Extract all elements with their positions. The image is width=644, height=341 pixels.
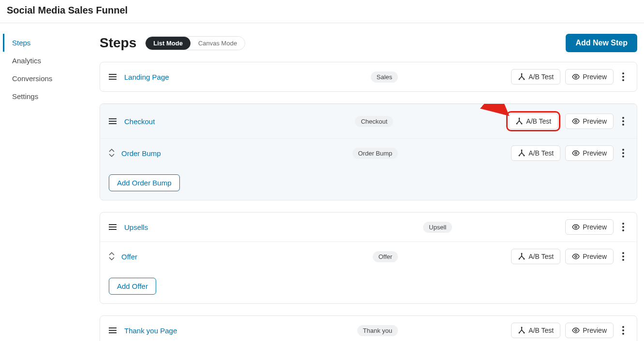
split-icon [518, 149, 526, 157]
eye-icon [572, 73, 580, 81]
preview-button[interactable]: Preview [565, 69, 614, 85]
step-card-upsells-group: Upsells Upsell Preview Offer Offer [100, 212, 637, 304]
preview-button[interactable]: Preview [565, 249, 614, 264]
more-menu-button[interactable] [618, 221, 628, 233]
step-link-order-bump[interactable]: Order Bump [121, 149, 161, 157]
more-menu-button[interactable] [618, 71, 628, 83]
sidebar-item-settings[interactable]: Settings [3, 87, 97, 105]
split-icon [518, 73, 526, 81]
step-link-checkout[interactable]: Checkout [124, 117, 155, 126]
ab-test-label: A/B Test [528, 149, 554, 157]
ab-test-button[interactable]: A/B Test [511, 249, 560, 264]
split-icon [518, 327, 526, 334]
add-offer-button[interactable]: Add Offer [109, 278, 156, 295]
list-mode-button[interactable]: List Mode [146, 37, 190, 50]
page-header: Social Media Sales Funnel [0, 0, 644, 23]
more-menu-button[interactable] [618, 115, 628, 128]
eye-icon [572, 253, 580, 260]
preview-label: Preview [583, 149, 607, 157]
preview-label: Preview [583, 223, 607, 231]
step-badge: Upsell [423, 222, 452, 233]
chevron-up-icon [109, 149, 115, 153]
preview-label: Preview [583, 73, 607, 81]
step-link-offer[interactable]: Offer [121, 253, 137, 261]
more-menu-button[interactable] [618, 324, 628, 337]
ab-test-label: A/B Test [528, 253, 554, 260]
split-icon [515, 117, 523, 125]
chevron-down-icon [109, 257, 115, 261]
more-menu-button[interactable] [618, 250, 628, 263]
preview-button[interactable]: Preview [565, 145, 614, 161]
drag-handle-icon[interactable] [109, 223, 117, 231]
reorder-arrows[interactable] [109, 252, 115, 261]
chevron-up-icon [109, 252, 115, 256]
main-content: Steps List Mode Canvas Mode Add New Step… [97, 23, 644, 341]
ab-test-label: A/B Test [528, 73, 554, 81]
step-badge: Order Bump [352, 148, 398, 159]
step-badge: Offer [373, 251, 398, 262]
view-mode-toggle: List Mode Canvas Mode [145, 36, 245, 50]
drag-handle-icon[interactable] [109, 326, 117, 335]
eye-icon [572, 117, 580, 125]
preview-label: Preview [583, 253, 607, 260]
step-badge: Thank you [357, 325, 398, 336]
step-card-thankyou: Thank you Page Thank you A/B Test Previe… [100, 315, 637, 341]
step-link-thankyou[interactable]: Thank you Page [124, 327, 177, 335]
eye-icon [572, 327, 580, 334]
drag-handle-icon[interactable] [109, 117, 117, 126]
preview-label: Preview [583, 117, 607, 125]
step-badge: Sales [371, 71, 398, 83]
step-card-landing: Landing Page Sales A/B Test Preview [100, 62, 637, 92]
preview-button[interactable]: Preview [565, 114, 614, 129]
ab-test-button-checkout[interactable]: A/B Test [509, 114, 558, 129]
canvas-mode-button[interactable]: Canvas Mode [190, 37, 245, 50]
preview-label: Preview [583, 327, 607, 334]
more-menu-button[interactable] [618, 147, 628, 159]
drag-handle-icon[interactable] [109, 72, 117, 81]
sidebar: Steps Analytics Conversions Settings [0, 23, 97, 341]
step-link-landing[interactable]: Landing Page [124, 73, 169, 81]
step-card-checkout-group: Checkout Checkout A/B Test Preview [100, 103, 637, 200]
chevron-down-icon [109, 154, 115, 157]
reorder-arrows[interactable] [109, 149, 115, 157]
sidebar-item-conversions[interactable]: Conversions [3, 70, 97, 87]
preview-button[interactable]: Preview [565, 219, 614, 235]
sidebar-item-analytics[interactable]: Analytics [3, 52, 97, 70]
step-badge: Checkout [355, 116, 393, 127]
split-icon [518, 253, 526, 260]
ab-test-label: A/B Test [528, 327, 554, 334]
add-new-step-button[interactable]: Add New Step [566, 34, 637, 52]
page-title: Steps [100, 35, 136, 51]
funnel-title: Social Media Sales Funnel [7, 5, 637, 16]
step-link-upsells[interactable]: Upsells [124, 223, 148, 231]
add-order-bump-button[interactable]: Add Order Bump [109, 174, 180, 191]
eye-icon [572, 149, 580, 157]
ab-test-label: A/B Test [526, 117, 551, 125]
eye-icon [572, 223, 580, 231]
sidebar-item-steps[interactable]: Steps [3, 34, 97, 52]
ab-test-button[interactable]: A/B Test [511, 69, 560, 85]
ab-test-button[interactable]: A/B Test [511, 323, 560, 338]
preview-button[interactable]: Preview [565, 323, 614, 338]
annotation-highlight-box: A/B Test [506, 111, 560, 131]
ab-test-button[interactable]: A/B Test [511, 145, 560, 161]
